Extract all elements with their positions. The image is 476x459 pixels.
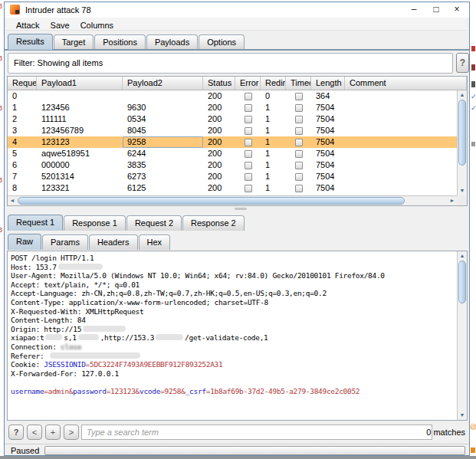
error-checkbox[interactable] [245,150,252,158]
cell-payload1 [37,90,123,102]
cell-payload2: 6244 [123,148,203,159]
table-vscroll-thumb[interactable] [458,100,466,166]
timeout-checkbox[interactable] [295,173,303,181]
checkmark-icon: ✓ [471,93,476,100]
cell-length: 7504 [311,125,345,136]
request-line: Referer: [11,352,456,361]
error-checkbox[interactable] [245,116,252,123]
table-hscroll-thumb[interactable] [18,197,405,205]
column-header-payload2[interactable]: Payload2 [123,77,203,90]
tab-options[interactable]: Options [199,34,245,50]
filter-help-button[interactable]: ? [456,53,469,73]
filter-bar[interactable]: Filter: Showing all items [8,53,453,74]
tab-headers[interactable]: Headers [89,234,138,250]
column-header-length[interactable]: Length [311,77,345,90]
table-vertical-scrollbar[interactable]: ▲ ▼ [457,90,467,195]
tab-raw[interactable]: Raw [8,234,41,250]
request-line: xiapao:ts,1,http://153.3/get-validate-co… [11,333,456,343]
request-text-segment: Content-Type: application/x-www-form-url… [11,298,268,307]
cell-payload1: 123123 [37,136,123,148]
tab-payloads[interactable]: Payloads [146,34,198,50]
error-checkbox[interactable] [245,173,252,181]
scroll-down-icon[interactable]: ▼ [458,186,467,195]
scroll-down-icon[interactable]: ▼ [458,411,467,420]
cell-timeout [286,136,311,148]
request-text-segment: password [73,387,106,395]
cell-request: 3 [8,125,37,136]
background-artifact: 3 [0,105,2,112]
maximize-icon[interactable]: □ [425,2,447,18]
column-header-error[interactable]: Error [235,77,261,90]
table-row[interactable]: 6000000383520017504 [8,159,457,171]
table-horizontal-scrollbar[interactable]: ◄ ► [8,195,457,205]
table-row[interactable]: 8123321612520017504 [8,182,457,194]
column-header-comment[interactable]: Comment [345,77,467,90]
minimize-icon[interactable]: – [403,2,425,18]
error-checkbox[interactable] [245,104,252,112]
scroll-up-icon[interactable]: ▲ [458,90,467,100]
column-header-timeout[interactable]: Timeout [286,77,311,90]
tab-request-2[interactable]: Request 2 [126,215,182,231]
search-add-button[interactable]: + [45,425,61,440]
request-editor[interactable]: POST /login HTTP/1.1Host: 153.7User-Agen… [7,251,468,421]
search-next-button[interactable]: > [64,425,79,440]
tab-results[interactable]: Results [8,34,53,50]
tab-target[interactable]: Target [54,34,94,50]
splitter-handle[interactable] [235,208,247,210]
scroll-left-icon[interactable]: ◄ [8,196,17,205]
timeout-checkbox[interactable] [295,127,303,135]
timeout-checkbox[interactable] [295,93,303,100]
error-checkbox[interactable] [245,93,252,100]
column-header-redir[interactable]: Redir... [261,77,286,90]
search-bar: ?<+> 0 matches [5,422,469,443]
error-checkbox[interactable] [245,162,252,169]
cell-status: 200 [203,148,235,159]
scroll-up-icon[interactable]: ▲ [458,251,467,261]
search-input[interactable] [81,425,432,440]
scroll-right-icon[interactable]: ► [448,196,457,205]
tab-response-1[interactable]: Response 1 [64,215,126,231]
request-text-segment: =9258& [160,387,185,395]
table-row[interactable]: 5aqwe518951624420017504 [8,148,457,159]
timeout-checkbox[interactable] [295,116,303,123]
table-row[interactable]: 02000364 [8,90,457,102]
error-checkbox[interactable] [245,127,252,135]
column-header-request[interactable]: Request▲ [8,77,37,90]
cell-error [235,125,261,136]
table-row[interactable]: 2111111053420017504 [8,113,457,125]
table-row[interactable]: 3123456789804520017504 [8,125,457,136]
tab-positions[interactable]: Positions [94,34,146,50]
table-row[interactable]: 4123123925820017504 [8,136,457,148]
request-text-segment: /get-validate-code,1 [185,333,268,342]
cell-redirects: 1 [261,171,286,182]
timeout-checkbox[interactable] [295,104,303,112]
error-checkbox[interactable] [245,185,252,192]
search-previous-button[interactable]: < [27,425,42,440]
editor-vertical-scrollbar[interactable]: ▲ ▼ [457,251,467,420]
title-bar[interactable]: Intruder attack 78 – □ × [5,2,469,18]
request-text-segment: =5DC3224F7493A9EEBBF912F893252A31 [86,360,223,369]
cell-status: 200 [203,90,235,102]
timeout-checkbox[interactable] [295,162,303,169]
cell-length: 364 [311,90,345,102]
timeout-checkbox[interactable] [295,150,303,158]
column-header-status[interactable]: Status [203,77,235,90]
column-header-payload1[interactable]: Payload1 [37,77,123,90]
search-help-button[interactable]: ? [8,425,24,440]
cell-status: 200 [203,102,235,113]
timeout-checkbox[interactable] [295,185,303,192]
error-checkbox[interactable] [245,139,252,146]
tab-request-1[interactable]: Request 1 [8,215,63,231]
tab-response-2[interactable]: Response 2 [182,215,245,231]
close-icon[interactable]: × [446,2,468,18]
background-artifact: @ [470,424,476,431]
table-row[interactable]: 1123456963020017504 [8,102,457,113]
request-line: Accept-Language: zh-CN,zh;q=0.8,zh-TW;q=… [11,289,456,298]
editor-vscroll-thumb[interactable] [458,261,466,303]
tab-params[interactable]: Params [42,234,88,250]
cell-error [235,159,261,171]
cell-length: 7504 [311,171,345,182]
tab-hex[interactable]: Hex [139,234,171,250]
timeout-checkbox[interactable] [295,139,303,146]
table-row[interactable]: 75201314627320017504 [8,171,457,182]
